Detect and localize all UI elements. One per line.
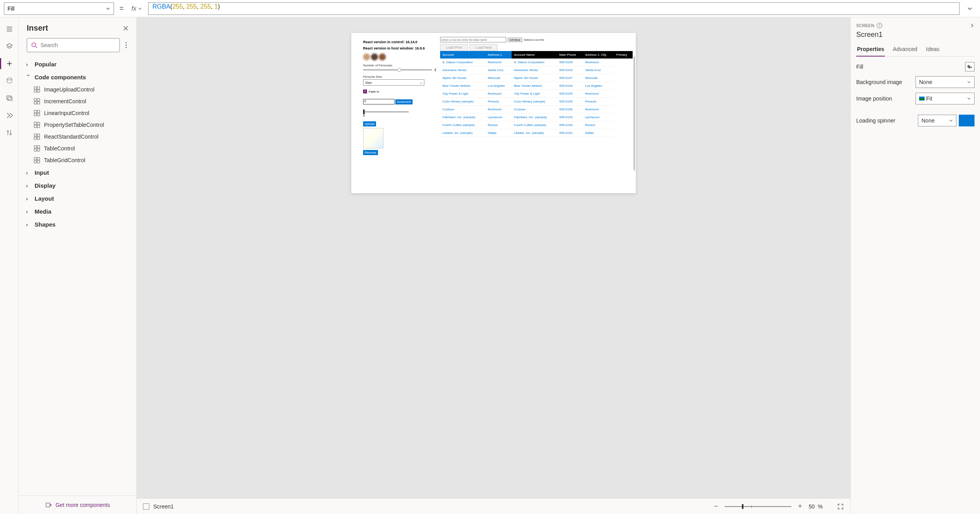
table-cell: Redmond [583, 106, 614, 113]
table-row[interactable]: ContosoRedmondContoso555-0156Redmond [440, 106, 633, 113]
alias-input[interactable] [440, 37, 506, 42]
hamburger-menu-button[interactable] [0, 20, 18, 38]
table-row[interactable]: Alpine Ski HouseMissoulaAlpine Ski House… [440, 74, 633, 82]
close-panel-button[interactable] [123, 26, 128, 31]
tools-button[interactable] [0, 124, 18, 141]
svg-rect-23 [34, 125, 37, 128]
chevron-down-icon: ⌄ [420, 81, 422, 84]
search-input[interactable] [27, 38, 120, 52]
component-item[interactable]: TableGridControl [22, 154, 133, 166]
linear-slider[interactable] [363, 112, 409, 112]
number-input[interactable]: 0 [363, 99, 395, 104]
table-row[interactable]: Litware, Inc. (sample)DallasLitware, Inc… [440, 129, 633, 137]
table-header[interactable]: Primary [614, 51, 633, 59]
screen-checkbox[interactable] [143, 503, 149, 510]
canvas-viewport[interactable]: React version in control: 16.14.0 React … [137, 17, 850, 498]
zoom-slider[interactable] [725, 506, 791, 507]
component-item[interactable]: LinearInputControl [22, 107, 133, 119]
select-row-hint: Select a row first [524, 38, 544, 41]
spinner-color-swatch[interactable] [959, 115, 974, 126]
table-header[interactable]: Address 1: City [583, 51, 614, 59]
component-item[interactable]: IncrementControl [22, 95, 133, 107]
num-personas-slider[interactable] [363, 70, 432, 70]
svg-rect-12 [37, 90, 40, 92]
component-icon [34, 145, 40, 152]
fade-in-checkbox[interactable]: ✓ [363, 90, 367, 93]
table-cell: 555-0157 [557, 74, 583, 82]
group-input[interactable]: › Input [22, 166, 133, 179]
vertical-scrollbar[interactable] [633, 57, 635, 170]
group-popular[interactable]: › Popular [22, 58, 133, 71]
fill-color-button[interactable] [965, 62, 974, 71]
table-row[interactable]: Fourth Coffee (sample)RentonFourth Coffe… [440, 121, 633, 129]
table-cell: Coho Winery (sample) [440, 98, 485, 106]
tree-view-button[interactable] [0, 38, 18, 55]
svg-rect-1 [7, 96, 11, 99]
table-row[interactable]: Fabrikam, Inc. (sample)LynnwoodFabrikam,… [440, 113, 633, 121]
table-row[interactable]: City Power & LightRedmondCity Power & Li… [440, 90, 633, 98]
formula-input[interactable]: RGBA(255, 255, 255, 1) [148, 2, 960, 15]
persona-size-select[interactable]: 32px ⌄ [363, 79, 424, 86]
expand-formula-button[interactable] [963, 2, 976, 15]
avatar [371, 53, 378, 60]
svg-rect-17 [34, 110, 37, 113]
table-row[interactable]: Blue Yonder AirlinesLos AngelesBlue Yond… [440, 82, 633, 90]
group-shapes[interactable]: › Shapes [22, 218, 133, 231]
load-next-button[interactable]: Load Next [470, 44, 497, 51]
get-more-components-button[interactable]: Get more components [19, 496, 136, 514]
component-item[interactable]: ImageUploadControl [22, 84, 133, 95]
hamburger-icon [6, 26, 13, 33]
component-item[interactable]: TableControl [22, 143, 133, 154]
table-cell: Phoenix [485, 98, 512, 106]
table-cell: 555-0155 [557, 90, 583, 98]
loading-spinner-dropdown[interactable]: None [918, 115, 956, 126]
group-code-components[interactable]: › Code components [22, 71, 133, 84]
table-header[interactable]: Address 1: [485, 51, 512, 59]
svg-rect-2 [8, 97, 12, 101]
tab-properties[interactable]: Properties [856, 44, 885, 56]
table-header[interactable]: Account Name [512, 51, 557, 59]
close-icon [123, 26, 128, 31]
property-selector-dropdown[interactable]: Fill [4, 2, 114, 15]
table-header[interactable]: Main Phone [557, 51, 583, 59]
media-button[interactable] [0, 90, 18, 107]
group-display[interactable]: › Display [22, 179, 133, 192]
table-cell: Fabrikam, Inc. (sample) [440, 113, 485, 121]
help-icon[interactable]: ? [877, 23, 882, 28]
chevron-down-icon [967, 80, 971, 84]
expand-properties-button[interactable] [970, 23, 974, 28]
more-options-button[interactable] [124, 40, 128, 50]
image-position-dropdown[interactable]: Fit [916, 93, 974, 104]
group-media[interactable]: › Media [22, 205, 133, 218]
power-automate-button[interactable] [0, 107, 18, 124]
svg-rect-14 [37, 99, 40, 101]
zoom-in-button[interactable]: + [796, 502, 804, 510]
load-prev-button[interactable]: Load Prev [440, 44, 468, 51]
tab-ideas[interactable]: Ideas [925, 44, 940, 56]
fullscreen-button[interactable] [837, 503, 844, 510]
component-item[interactable]: ReactStandardControl [22, 131, 133, 143]
table-row[interactable]: A. Datum CorporationRedmondA. Datum Corp… [440, 59, 633, 66]
tab-advanced[interactable]: Advanced [892, 44, 918, 56]
bg-image-dropdown[interactable]: None [916, 76, 974, 88]
data-button[interactable] [0, 72, 18, 90]
zoom-out-button[interactable]: − [712, 502, 720, 510]
group-layout[interactable]: › Layout [22, 192, 133, 205]
svg-rect-11 [34, 90, 37, 92]
table-header[interactable]: Account [440, 51, 485, 59]
table-row[interactable]: Adventure WorksSanta CruzAdventure Works… [440, 66, 633, 74]
upload-button[interactable]: Upload [363, 121, 376, 126]
remove-button[interactable]: Remove [363, 150, 378, 155]
increment-button[interactable]: Increment [395, 99, 413, 104]
panel-title: Insert [27, 24, 48, 33]
fx-label[interactable]: fx [129, 5, 144, 12]
canvas-screen[interactable]: React version in control: 16.14.0 React … [351, 33, 636, 193]
persona-size-label: Persona Size: [363, 75, 436, 79]
component-item[interactable]: PropertySetTableControl [22, 119, 133, 131]
table-cell: Redmond [583, 90, 614, 98]
component-icon [34, 134, 40, 140]
table-row[interactable]: Coho Winery (sample)PhoenixCoho Winery (… [440, 98, 633, 106]
getvalue-button[interactable]: GetValue [508, 38, 522, 42]
insert-button[interactable] [0, 55, 18, 72]
svg-rect-32 [37, 149, 40, 151]
